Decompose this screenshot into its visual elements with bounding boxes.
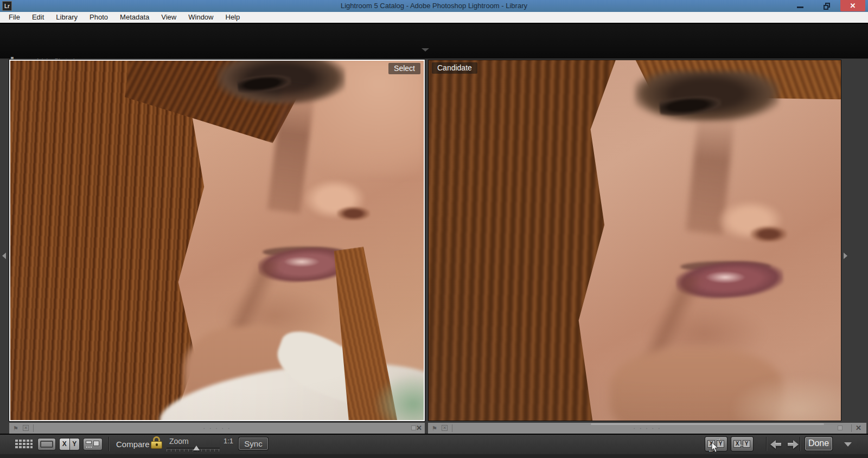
survey-view-icon[interactable]	[84, 438, 102, 450]
swap-arrow-top-icon: →	[716, 435, 722, 441]
left-arrow-shaft	[775, 443, 781, 446]
photo-vignette	[429, 60, 841, 421]
window-title: Lightroom 5 Catalog - Adobe Photoshop Li…	[0, 0, 868, 12]
lock-keyhole	[156, 443, 158, 446]
left-panel-collapse-icon[interactable]	[2, 253, 6, 259]
color-label-badge	[411, 425, 416, 430]
menu-photo[interactable]: Photo	[84, 12, 114, 23]
done-button[interactable]: Done	[805, 437, 832, 450]
minimize-button[interactable]	[792, 0, 808, 11]
compare-label: Compare :	[116, 440, 154, 449]
rating-dots[interactable]: · · · · ·	[633, 424, 661, 433]
toolbar-options-chevron-icon[interactable]	[844, 442, 852, 447]
mouse-cursor	[711, 442, 719, 453]
pick-flag-icon[interactable]: ⚑	[432, 424, 437, 433]
close-button[interactable]: ✕	[840, 0, 865, 11]
menu-window[interactable]: Window	[182, 12, 219, 23]
candidate-label: Candidate	[432, 62, 477, 74]
top-panel: Lr Adobe Photoshop Lightroom 5 Library |…	[0, 24, 868, 59]
reject-flag-icon[interactable]: ✕	[23, 425, 29, 431]
zoom-ratio-label: 1:1	[224, 437, 233, 445]
photo-vignette	[10, 61, 424, 420]
make-select-arrow-icon: ←	[739, 441, 745, 447]
sync-button[interactable]: Sync	[239, 437, 268, 450]
filmstrip-collapsed-band	[0, 454, 868, 458]
loupe-view-icon[interactable]	[38, 438, 55, 450]
reject-flag-icon[interactable]: ✕	[442, 425, 448, 431]
menu-file[interactable]: File	[3, 12, 26, 23]
candidate-image-pane[interactable]: Candidate	[428, 60, 841, 421]
pan-scrollbar[interactable]	[591, 423, 824, 425]
titlebar: Lr Lightroom 5 Catalog - Adobe Photoshop…	[0, 0, 868, 12]
make-select-button[interactable]: X Y ←	[731, 437, 753, 451]
compare-view-icon[interactable]: X Y	[60, 438, 79, 450]
deselect-photo-icon[interactable]: ✕	[856, 423, 861, 433]
close-icon: ✕	[850, 2, 856, 10]
menu-view[interactable]: View	[155, 12, 182, 23]
lock-icon[interactable]	[151, 436, 163, 451]
zoom-slider-thumb[interactable]	[193, 446, 200, 450]
candidate-photo-strip: ⚑ ✕ · · · · · ✕	[428, 423, 866, 434]
compare-y-label: Y	[70, 438, 80, 450]
strip-divider	[33, 424, 34, 432]
select-photo-strip: ⚑ ✕ · · · · · ✕	[9, 423, 425, 434]
minimize-icon	[797, 7, 803, 8]
loupe-inner-frame	[40, 441, 53, 448]
toolbar-divider	[108, 437, 110, 451]
restore-button[interactable]	[820, 0, 837, 11]
zoom-label: Zoom	[169, 437, 189, 446]
strip-divider	[452, 424, 452, 432]
top-panel-collapse-icon[interactable]	[422, 48, 429, 51]
survey-dots-icon	[86, 447, 87, 448]
color-label-badge	[838, 425, 843, 430]
survey-rect-icon	[93, 441, 99, 446]
next-photo-button[interactable]	[786, 440, 799, 449]
strip-divider	[851, 424, 852, 432]
right-arrow-icon	[793, 440, 799, 449]
select-label: Select	[388, 63, 420, 74]
previous-photo-button[interactable]	[770, 440, 783, 449]
deselect-photo-icon[interactable]: ✕	[416, 423, 422, 433]
menu-library[interactable]: Library	[50, 12, 84, 23]
grid-view-icon[interactable]	[14, 440, 33, 449]
right-panel-collapse-icon[interactable]	[844, 253, 847, 259]
survey-rect-icon	[86, 441, 92, 444]
menu-help[interactable]: Help	[220, 12, 246, 23]
compare-x-label: X	[60, 438, 69, 450]
pick-flag-icon[interactable]: ⚑	[13, 424, 18, 433]
menubar: File Edit Library Photo Metadata View Wi…	[0, 12, 868, 23]
lightroom-window: Lr Lightroom 5 Catalog - Adobe Photoshop…	[0, 0, 868, 458]
toolbar-divider	[766, 437, 767, 451]
menu-edit[interactable]: Edit	[26, 12, 50, 23]
rating-dots[interactable]: · · · · ·	[203, 424, 231, 433]
restore-icon	[825, 3, 830, 8]
select-image-pane[interactable]: Select	[9, 60, 425, 421]
toolbar-divider	[800, 437, 801, 451]
menu-metadata[interactable]: Metadata	[114, 12, 155, 23]
